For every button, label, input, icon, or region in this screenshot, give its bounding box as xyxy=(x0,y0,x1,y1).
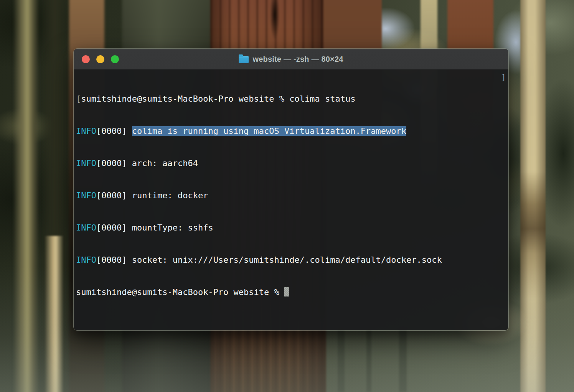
log-time: [0000] xyxy=(96,255,132,265)
terminal-line-log: INFO[0000] runtime: docker xyxy=(76,190,506,201)
folder-icon xyxy=(239,56,249,63)
prompt-text: sumitshinde@sumits-MacBook-Pro website % xyxy=(76,287,284,297)
log-level: INFO xyxy=(76,158,96,168)
terminal-window: website — -zsh — 80×24 [sumitshinde@sumi… xyxy=(73,48,509,331)
log-message-selected: colima is running using macOS Virtualiza… xyxy=(132,126,406,136)
terminal-line-log: INFO[0000] arch: aarch64 xyxy=(76,158,506,169)
terminal-line-log: INFO[0000] colima is running using macOS… xyxy=(76,126,506,137)
traffic-lights xyxy=(74,55,119,63)
terminal-cursor xyxy=(284,287,289,296)
prompt-mark-open: [ xyxy=(76,94,81,104)
terminal-line-prompt: sumitshinde@sumits-MacBook-Pro website % xyxy=(76,287,506,298)
window-title: website — -zsh — 80×24 xyxy=(252,55,343,64)
log-level: INFO xyxy=(76,191,96,200)
terminal-line-log: INFO[0000] mountType: sshfs xyxy=(76,222,506,233)
log-time: [0000] xyxy=(96,126,132,136)
terminal-line-log: INFO[0000] socket: unix:///Users/sumitsh… xyxy=(76,255,506,265)
prompt-mark-close: ] xyxy=(501,72,506,83)
log-message: mountType: sshfs xyxy=(132,223,213,232)
window-titlebar[interactable]: website — -zsh — 80×24 xyxy=(74,49,508,69)
log-time: [0000] xyxy=(96,223,132,232)
log-level: INFO xyxy=(76,255,96,265)
zoom-button[interactable] xyxy=(111,55,119,63)
log-time: [0000] xyxy=(96,191,132,200)
command-text: sumitshinde@sumits-MacBook-Pro website %… xyxy=(81,94,355,104)
terminal-screen[interactable]: [sumitshinde@sumits-MacBook-Pro website … xyxy=(74,69,508,331)
log-level: INFO xyxy=(76,126,96,136)
log-level: INFO xyxy=(76,223,96,232)
log-message: runtime: docker xyxy=(132,191,208,200)
log-message: arch: aarch64 xyxy=(132,158,198,168)
log-message: socket: unix:///Users/sumitshinde/.colim… xyxy=(132,255,442,265)
terminal-line-command: [sumitshinde@sumits-MacBook-Pro website … xyxy=(76,94,506,104)
close-button[interactable] xyxy=(82,55,90,63)
minimize-button[interactable] xyxy=(96,55,104,63)
window-title-group: website — -zsh — 80×24 xyxy=(74,55,508,64)
log-time: [0000] xyxy=(96,158,132,168)
